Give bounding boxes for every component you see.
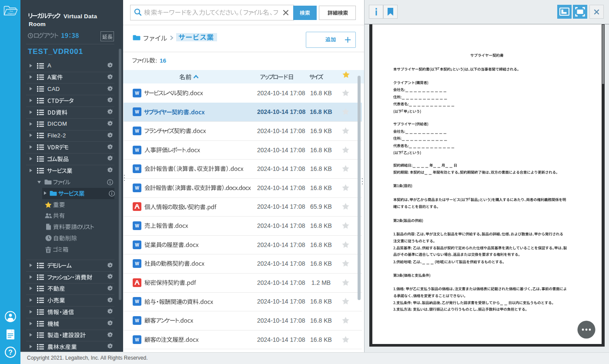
svg-text:W: W [135, 243, 139, 247]
svg-text:W: W [135, 337, 139, 342]
svg-text:W: W [135, 91, 139, 96]
svg-text:W: W [135, 261, 139, 266]
svg-text:W: W [135, 167, 139, 171]
svg-text:W: W [135, 224, 139, 228]
svg-text:W: W [135, 148, 139, 153]
svg-text:W: W [135, 186, 139, 190]
svg-text:W: W [135, 129, 139, 134]
svg-text:Diligence: Diligence [7, 12, 15, 14]
svg-text:W: W [135, 299, 139, 304]
svg-text:W: W [135, 110, 139, 114]
svg-text:?: ? [8, 349, 13, 356]
svg-text:W: W [135, 318, 139, 323]
